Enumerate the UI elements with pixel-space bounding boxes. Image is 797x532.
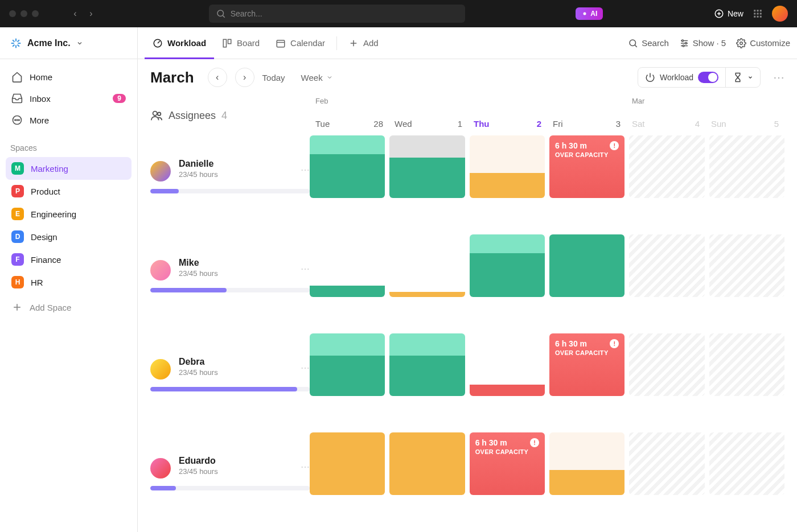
workload-cell[interactable] [389,135,465,198]
chevron-down-icon [326,74,333,81]
add-space-button[interactable]: Add Space [6,296,132,319]
nav-forward-button[interactable]: › [84,9,98,19]
workload-cell[interactable] [629,135,704,198]
today-button[interactable]: Today [262,73,285,83]
sidebar-item-design[interactable]: DDesign [6,225,132,248]
svg-line-19 [13,40,14,42]
avatar[interactable] [150,359,171,380]
tab-workload[interactable]: Workload [145,27,214,59]
progress-bar [150,189,310,193]
svg-point-42 [685,42,687,44]
svg-rect-10 [757,13,758,15]
svg-rect-6 [754,10,755,11]
minimize-icon[interactable] [20,10,27,17]
avatar[interactable] [150,260,171,281]
customize-button[interactable]: Customize [736,38,790,48]
sidebar-item-more[interactable]: More [6,109,132,131]
workload-cell[interactable] [629,234,704,297]
workload-cell[interactable] [310,135,385,198]
workload-cell[interactable] [629,432,704,495]
more-button[interactable]: ⋯ [773,71,784,84]
space-icon: F [11,253,24,266]
workload-cell[interactable] [389,432,465,495]
workload-cell[interactable] [709,234,784,297]
workload-cell[interactable] [470,234,545,297]
workload-cell[interactable] [310,432,385,495]
workload-cell[interactable] [709,432,784,495]
sidebar-item-label: HR [31,278,43,287]
day-header: Sun5 [705,96,784,135]
sidebar-item-product[interactable]: PProduct [6,180,132,203]
people-icon [150,109,163,122]
nav-back-button[interactable]: ‹ [68,9,82,19]
svg-point-36 [630,40,636,46]
search-input[interactable]: Search... [209,5,465,23]
workspace-name: Acme Inc. [27,38,71,48]
workload-cell[interactable] [310,234,385,297]
row-more-button[interactable]: ⋯ [301,263,310,274]
assignees-header: Assignees 4 [150,96,310,135]
sidebar-item-label: Home [30,72,52,82]
workload-cell[interactable] [629,333,704,396]
row-more-button[interactable]: ⋯ [301,362,310,373]
assignee-name: Mike [179,258,310,268]
close-icon[interactable] [9,10,16,17]
apps-icon[interactable] [753,9,763,19]
assignee-cell: Eduardo 23/45 hours ⋯ [150,432,310,513]
sidebar-item-label: Finance [31,255,61,265]
maximize-icon[interactable] [32,10,39,17]
workload-cell[interactable] [310,333,385,396]
sidebar-item-inbox[interactable]: Inbox 9 [6,88,132,109]
workload-cell[interactable]: 6 h 30 m OVER CAPACITY ! [470,432,545,495]
sidebar-item-hr[interactable]: HHR [6,271,132,294]
sparkle-icon [581,10,588,17]
svg-point-25 [17,119,18,121]
new-button[interactable]: New [714,9,743,19]
ai-button[interactable]: AI [576,7,603,20]
tab-calendar[interactable]: Calendar [268,27,333,59]
assignee-hours: 23/45 hours [179,170,310,179]
search-button[interactable]: Search [628,38,669,48]
month-label: Mar [632,97,644,105]
workload-toggle[interactable]: Workload [638,68,725,87]
hourglass-icon [733,72,743,83]
workload-cell[interactable] [470,333,545,396]
toggle-switch[interactable] [698,72,718,83]
overcapacity-badge: 6 h 30 m OVER CAPACITY ! [549,333,625,396]
sort-button[interactable] [725,68,760,87]
search-placeholder: Search... [231,9,262,18]
sidebar-item-engineering[interactable]: EEngineering [6,203,132,225]
workload-cell[interactable] [389,234,465,297]
period-selector[interactable]: Week [301,73,333,83]
row-more-button[interactable]: ⋯ [301,164,310,175]
avatar[interactable] [150,458,171,479]
space-icon: M [11,162,24,175]
svg-line-1 [223,15,224,17]
workload-cell[interactable] [389,333,465,396]
tab-board[interactable]: Board [214,27,268,59]
workload-cell[interactable]: 6 h 30 m OVER CAPACITY ! [549,333,625,396]
avatar[interactable] [772,6,788,22]
workload-cell[interactable] [549,234,625,297]
progress-bar [150,387,310,391]
sidebar-item-label: More [30,116,49,125]
workload-cell[interactable]: 6 h 30 m OVER CAPACITY ! [549,135,625,198]
add-view-button[interactable]: Add [340,27,387,59]
sidebar-item-home[interactable]: Home [6,66,132,88]
workload-cell[interactable] [709,333,784,396]
avatar[interactable] [150,161,171,182]
sidebar-item-label: Product [31,187,60,196]
prev-button[interactable]: ‹ [208,68,227,87]
workspace-switcher[interactable]: Acme Inc. [0,27,137,59]
workload-cell[interactable] [709,135,784,198]
sidebar-item-marketing[interactable]: MMarketing [6,157,132,180]
assignee-hours: 23/45 hours [179,368,310,377]
show-button[interactable]: Show · 5 [679,38,726,48]
workload-cell[interactable] [470,135,545,198]
workload-cell[interactable] [549,432,625,495]
progress-bar [150,486,310,490]
next-button[interactable]: › [235,68,254,87]
sidebar-item-finance[interactable]: FFinance [6,248,132,271]
row-more-button[interactable]: ⋯ [301,461,310,472]
search-icon [628,38,638,48]
